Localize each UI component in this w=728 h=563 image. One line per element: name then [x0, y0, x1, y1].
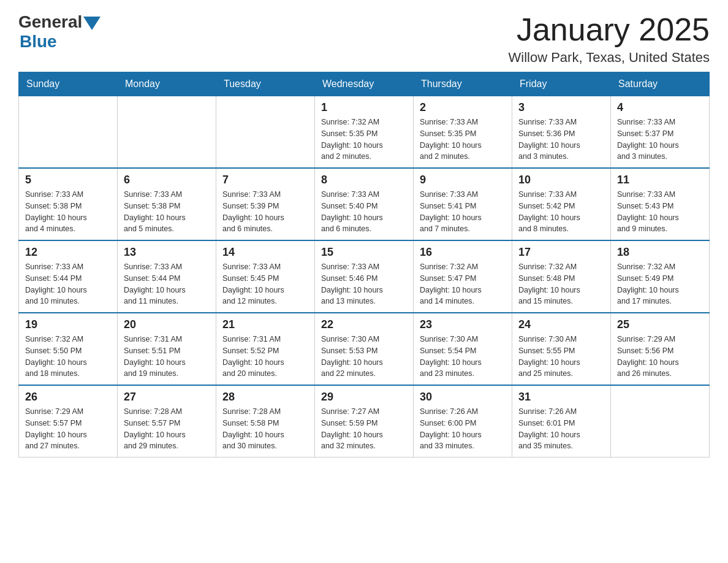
- day-number: 26: [25, 391, 111, 404]
- calendar-day-cell: 24Sunrise: 7:30 AMSunset: 5:55 PMDayligh…: [512, 313, 611, 385]
- calendar-day-cell: 19Sunrise: 7:32 AMSunset: 5:50 PMDayligh…: [19, 313, 118, 385]
- calendar-week-row: 26Sunrise: 7:29 AMSunset: 5:57 PMDayligh…: [19, 385, 710, 458]
- calendar-day-cell: 9Sunrise: 7:33 AMSunset: 5:41 PMDaylight…: [414, 168, 512, 240]
- day-number: 22: [321, 318, 407, 331]
- calendar-day-cell: 1Sunrise: 7:32 AMSunset: 5:35 PMDaylight…: [315, 96, 414, 169]
- day-info: Sunrise: 7:33 AMSunset: 5:35 PMDaylight:…: [420, 117, 506, 163]
- day-number: 7: [222, 174, 308, 186]
- day-info: Sunrise: 7:27 AMSunset: 5:59 PMDaylight:…: [321, 406, 407, 452]
- calendar-week-row: 1Sunrise: 7:32 AMSunset: 5:35 PMDaylight…: [19, 96, 710, 169]
- day-info: Sunrise: 7:32 AMSunset: 5:47 PMDaylight:…: [420, 261, 506, 307]
- calendar-day-cell: 6Sunrise: 7:33 AMSunset: 5:38 PMDaylight…: [118, 168, 216, 240]
- day-number: 13: [124, 246, 210, 259]
- calendar-day-header: Friday: [512, 72, 611, 96]
- calendar-day-cell: 27Sunrise: 7:28 AMSunset: 5:57 PMDayligh…: [118, 385, 216, 458]
- calendar-week-row: 19Sunrise: 7:32 AMSunset: 5:50 PMDayligh…: [19, 313, 710, 385]
- day-number: 25: [617, 318, 703, 331]
- day-info: Sunrise: 7:33 AMSunset: 5:37 PMDaylight:…: [617, 117, 703, 163]
- day-number: 15: [321, 246, 407, 259]
- calendar-day-header: Tuesday: [216, 72, 315, 96]
- day-number: 6: [124, 174, 210, 186]
- calendar-day-header: Wednesday: [315, 72, 414, 96]
- day-number: 3: [518, 101, 604, 114]
- day-info: Sunrise: 7:33 AMSunset: 5:38 PMDaylight:…: [124, 189, 210, 235]
- day-info: Sunrise: 7:33 AMSunset: 5:44 PMDaylight:…: [124, 261, 210, 307]
- day-number: 5: [25, 174, 111, 186]
- page-header: General Blue January 2025 Willow Park, T…: [18, 12, 710, 66]
- calendar-day-cell: 12Sunrise: 7:33 AMSunset: 5:44 PMDayligh…: [19, 240, 118, 313]
- page-title: January 2025: [509, 12, 710, 47]
- calendar-day-cell: 31Sunrise: 7:26 AMSunset: 6:01 PMDayligh…: [512, 385, 611, 458]
- day-info: Sunrise: 7:31 AMSunset: 5:52 PMDaylight:…: [222, 334, 308, 380]
- calendar-table: SundayMondayTuesdayWednesdayThursdayFrid…: [18, 72, 710, 458]
- day-info: Sunrise: 7:33 AMSunset: 5:44 PMDaylight:…: [25, 261, 111, 307]
- day-number: 8: [321, 174, 407, 186]
- day-info: Sunrise: 7:31 AMSunset: 5:51 PMDaylight:…: [124, 334, 210, 380]
- calendar-day-cell: 25Sunrise: 7:29 AMSunset: 5:56 PMDayligh…: [611, 313, 710, 385]
- day-number: 31: [518, 391, 604, 404]
- calendar-day-cell: 17Sunrise: 7:32 AMSunset: 5:48 PMDayligh…: [512, 240, 611, 313]
- calendar-day-cell: 3Sunrise: 7:33 AMSunset: 5:36 PMDaylight…: [512, 96, 611, 169]
- calendar-day-cell: 4Sunrise: 7:33 AMSunset: 5:37 PMDaylight…: [611, 96, 710, 169]
- day-info: Sunrise: 7:30 AMSunset: 5:54 PMDaylight:…: [420, 334, 506, 380]
- day-number: 28: [222, 391, 308, 404]
- day-number: 4: [617, 101, 703, 114]
- day-number: 10: [518, 174, 604, 186]
- day-info: Sunrise: 7:33 AMSunset: 5:43 PMDaylight:…: [617, 189, 703, 235]
- day-number: 2: [420, 101, 506, 114]
- day-info: Sunrise: 7:33 AMSunset: 5:46 PMDaylight:…: [321, 261, 407, 307]
- day-info: Sunrise: 7:33 AMSunset: 5:45 PMDaylight:…: [222, 261, 308, 307]
- day-number: 23: [420, 318, 506, 331]
- calendar-day-cell: 7Sunrise: 7:33 AMSunset: 5:39 PMDaylight…: [216, 168, 315, 240]
- logo: General Blue: [18, 12, 100, 52]
- day-info: Sunrise: 7:26 AMSunset: 6:00 PMDaylight:…: [420, 406, 506, 452]
- calendar-day-cell: 21Sunrise: 7:31 AMSunset: 5:52 PMDayligh…: [216, 313, 315, 385]
- page-subtitle: Willow Park, Texas, United States: [509, 50, 710, 66]
- calendar-day-cell: 13Sunrise: 7:33 AMSunset: 5:44 PMDayligh…: [118, 240, 216, 313]
- day-info: Sunrise: 7:32 AMSunset: 5:35 PMDaylight:…: [321, 117, 407, 163]
- calendar-day-cell: 8Sunrise: 7:33 AMSunset: 5:40 PMDaylight…: [315, 168, 414, 240]
- day-info: Sunrise: 7:32 AMSunset: 5:48 PMDaylight:…: [518, 261, 604, 307]
- calendar-day-cell: 2Sunrise: 7:33 AMSunset: 5:35 PMDaylight…: [414, 96, 512, 169]
- day-number: 17: [518, 246, 604, 259]
- day-info: Sunrise: 7:33 AMSunset: 5:41 PMDaylight:…: [420, 189, 506, 235]
- logo-general-text: General: [18, 12, 82, 32]
- calendar-day-header: Saturday: [611, 72, 710, 96]
- calendar-day-cell: 11Sunrise: 7:33 AMSunset: 5:43 PMDayligh…: [611, 168, 710, 240]
- calendar-day-header: Sunday: [19, 72, 118, 96]
- calendar-day-cell: 30Sunrise: 7:26 AMSunset: 6:00 PMDayligh…: [414, 385, 512, 458]
- day-number: 19: [25, 318, 111, 331]
- day-number: 1: [321, 101, 407, 114]
- calendar-day-cell: 16Sunrise: 7:32 AMSunset: 5:47 PMDayligh…: [414, 240, 512, 313]
- calendar-day-header: Thursday: [414, 72, 512, 96]
- day-info: Sunrise: 7:33 AMSunset: 5:40 PMDaylight:…: [321, 189, 407, 235]
- calendar-day-cell: 23Sunrise: 7:30 AMSunset: 5:54 PMDayligh…: [414, 313, 512, 385]
- day-info: Sunrise: 7:28 AMSunset: 5:57 PMDaylight:…: [124, 406, 210, 452]
- calendar-day-cell: 18Sunrise: 7:32 AMSunset: 5:49 PMDayligh…: [611, 240, 710, 313]
- calendar-week-row: 5Sunrise: 7:33 AMSunset: 5:38 PMDaylight…: [19, 168, 710, 240]
- logo-triangle-icon: [83, 17, 100, 30]
- day-info: Sunrise: 7:33 AMSunset: 5:39 PMDaylight:…: [222, 189, 308, 235]
- calendar-day-cell: [19, 96, 118, 169]
- calendar-day-cell: 22Sunrise: 7:30 AMSunset: 5:53 PMDayligh…: [315, 313, 414, 385]
- day-number: 24: [518, 318, 604, 331]
- day-info: Sunrise: 7:32 AMSunset: 5:50 PMDaylight:…: [25, 334, 111, 380]
- calendar-day-cell: 28Sunrise: 7:28 AMSunset: 5:58 PMDayligh…: [216, 385, 315, 458]
- day-number: 12: [25, 246, 111, 259]
- day-info: Sunrise: 7:33 AMSunset: 5:36 PMDaylight:…: [518, 117, 604, 163]
- day-number: 18: [617, 246, 703, 259]
- calendar-day-cell: 29Sunrise: 7:27 AMSunset: 5:59 PMDayligh…: [315, 385, 414, 458]
- day-info: Sunrise: 7:33 AMSunset: 5:38 PMDaylight:…: [25, 189, 111, 235]
- calendar-day-cell: [216, 96, 315, 169]
- day-info: Sunrise: 7:26 AMSunset: 6:01 PMDaylight:…: [518, 406, 604, 452]
- day-info: Sunrise: 7:29 AMSunset: 5:56 PMDaylight:…: [617, 334, 703, 380]
- calendar-day-header: Monday: [118, 72, 216, 96]
- title-section: January 2025 Willow Park, Texas, United …: [509, 12, 710, 66]
- calendar-day-cell: 20Sunrise: 7:31 AMSunset: 5:51 PMDayligh…: [118, 313, 216, 385]
- day-number: 16: [420, 246, 506, 259]
- day-number: 9: [420, 174, 506, 186]
- day-info: Sunrise: 7:30 AMSunset: 5:55 PMDaylight:…: [518, 334, 604, 380]
- day-number: 30: [420, 391, 506, 404]
- day-number: 29: [321, 391, 407, 404]
- day-info: Sunrise: 7:30 AMSunset: 5:53 PMDaylight:…: [321, 334, 407, 380]
